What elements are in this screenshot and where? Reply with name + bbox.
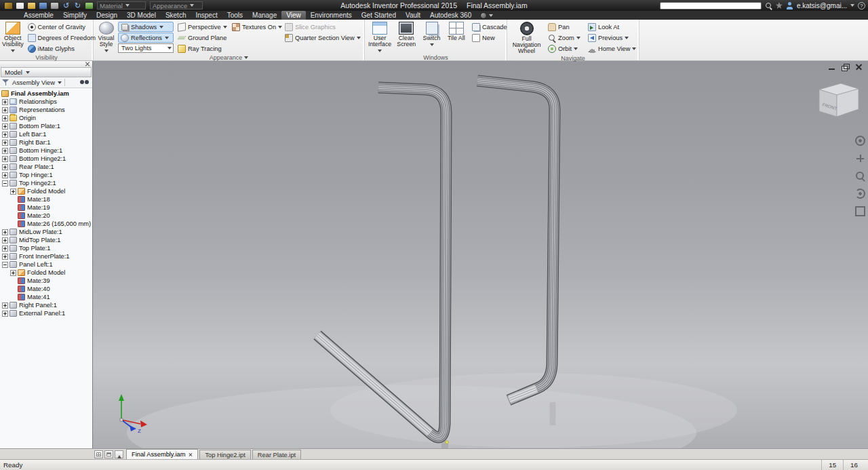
chevron-down-icon[interactable] [223, 26, 227, 31]
cascade-button[interactable]: Cascade [469, 22, 505, 32]
ribbon-tab-sketch[interactable]: Sketch [161, 11, 191, 20]
ribbon-tab-view[interactable]: View [281, 11, 306, 20]
chevron-down-icon[interactable] [576, 37, 580, 41]
panel-launcher-icon[interactable] [244, 56, 248, 61]
tree-item-mate-40[interactable]: Mate:40 [0, 285, 92, 293]
chevron-down-icon[interactable] [165, 37, 169, 41]
origin-point[interactable] [446, 441, 448, 444]
search-input[interactable] [660, 2, 762, 9]
close-icon[interactable] [855, 64, 863, 71]
full-navigation-wheel-button[interactable]: Full Navigation Wheel [509, 21, 544, 55]
orbit-icon[interactable] [855, 189, 865, 199]
ribbon-tab-inspect[interactable]: Inspect [191, 11, 222, 20]
chevron-down-icon[interactable] [632, 47, 636, 52]
ribbon-tab-get-started[interactable]: Get Started [357, 11, 401, 20]
tree-expander-icon[interactable] [2, 237, 8, 243]
tree-item-right-bar-1[interactable]: Right Bar:1 [0, 138, 92, 146]
favorites-icon[interactable] [776, 2, 783, 9]
tree-item-external-panel-1[interactable]: External Panel:1 [0, 309, 92, 317]
ribbon-tab-environments[interactable]: Environments [306, 11, 357, 20]
restore-icon[interactable] [842, 64, 849, 71]
chevron-down-icon[interactable] [159, 26, 163, 31]
chevron-down-icon[interactable] [58, 81, 62, 86]
tree-item-top-hinge2-1[interactable]: Top Hinge2:1 [0, 179, 92, 187]
tree-expander-icon[interactable] [2, 254, 8, 260]
tree-expander-icon[interactable] [2, 115, 8, 121]
perspective-button[interactable]: Perspective [175, 22, 228, 32]
undo-icon[interactable] [62, 2, 71, 9]
window-view-icon[interactable] [104, 450, 113, 458]
tree-expander-icon[interactable] [2, 132, 8, 138]
search-tree-icon[interactable] [80, 79, 89, 85]
look-at-icon[interactable] [855, 206, 865, 216]
previous-view-button[interactable]: Previous [585, 33, 637, 43]
ground-plane-button[interactable]: Ground Plane [175, 33, 228, 43]
tree-item-mate-18[interactable]: Mate:18 [0, 195, 92, 203]
chevron-down-icon[interactable] [574, 47, 578, 52]
ribbon-tab-assemble[interactable]: Assemble [19, 11, 58, 20]
textures-on-button[interactable]: Textures On [229, 22, 281, 32]
material-combo[interactable]: Material [97, 1, 146, 9]
visibility-panel-label[interactable]: Visibility [0, 54, 93, 61]
tree-item-front-innerplate-1[interactable]: Front InnerPlate:1 [0, 252, 92, 260]
tree-item-rear-plate-1[interactable]: Rear Plate:1 [0, 163, 92, 171]
search-icon[interactable] [765, 2, 772, 9]
browser-grip[interactable] [0, 61, 92, 67]
update-icon[interactable] [85, 2, 94, 9]
tree-expander-icon[interactable] [2, 229, 8, 235]
tree-expander-icon[interactable] [2, 172, 8, 178]
tree-item-folded-model[interactable]: Folded Model [0, 187, 92, 195]
account-icon[interactable] [786, 2, 793, 9]
tree-item-panel-left-1[interactable]: Panel Left:1 [0, 260, 92, 269]
browser-view-mode[interactable]: Assembly View [12, 79, 55, 86]
tree-expander-icon[interactable] [2, 164, 8, 170]
pan-button[interactable]: Pan [545, 22, 584, 32]
tree-item-right-panel-1[interactable]: Right Panel:1 [0, 301, 92, 309]
look-at-button[interactable]: Look At [585, 22, 637, 32]
tree-item-mate-39[interactable]: Mate:39 [0, 277, 92, 285]
tree-expander-icon[interactable] [2, 262, 8, 268]
user-interface-button[interactable]: User Interface [367, 21, 393, 54]
tree-item-bottom-hinge-1[interactable]: Bottom Hinge:1 [0, 146, 92, 155]
zoom-icon[interactable] [855, 171, 865, 181]
windows-panel-label[interactable]: Windows [365, 54, 507, 61]
tree-item-mate-26-165-000-mm[interactable]: Mate:26 (165,000 mm) [0, 220, 92, 228]
document-tab-rear-plate-ipt[interactable]: Rear Plate.ipt [252, 450, 301, 459]
tree-item-mate-41[interactable]: Mate:41 [0, 293, 92, 301]
imate-glyphs-button[interactable]: iMate Glyphs [25, 43, 98, 54]
home-view-button[interactable]: Home View [585, 43, 637, 54]
chevron-down-icon[interactable] [357, 37, 361, 41]
tree-item-mate-20[interactable]: Mate:20 [0, 212, 92, 220]
tree-item-mate-19[interactable]: Mate:19 [0, 203, 92, 212]
ribbon-tab-manage[interactable]: Manage [248, 11, 281, 20]
tree-expander-icon[interactable] [2, 302, 8, 309]
save-icon[interactable] [39, 2, 47, 9]
orbit-button[interactable]: Orbit [545, 43, 584, 54]
close-tab-icon[interactable] [189, 452, 193, 456]
pan-icon[interactable] [855, 153, 865, 163]
app-logo-icon[interactable] [4, 2, 13, 9]
browser-title-bar[interactable]: Model [1, 67, 92, 77]
close-panel-icon[interactable] [85, 62, 90, 67]
tree-expander-icon[interactable] [10, 189, 16, 195]
print-icon[interactable] [50, 2, 59, 9]
viewport[interactable]: FRONT Z [93, 61, 868, 448]
chevron-down-icon[interactable] [850, 4, 854, 9]
reflections-button[interactable]: Reflections [118, 33, 174, 43]
document-tab-top-hinge2-ipt[interactable]: Top Hinge2.ipt [199, 450, 250, 459]
document-tab-final-assembly-iam[interactable]: Final Assembly.iam [126, 449, 198, 459]
tree-item-left-bar-1[interactable]: Left Bar:1 [0, 130, 92, 138]
ribbon-tab-tools[interactable]: Tools [222, 11, 248, 20]
filter-icon[interactable] [2, 79, 9, 86]
shadows-button[interactable]: Shadows [118, 22, 174, 32]
new-window-button[interactable]: New [469, 33, 505, 43]
appearance-combo[interactable]: Appearance [150, 1, 203, 9]
tree-expander-icon[interactable] [10, 270, 16, 276]
right-frame[interactable] [477, 81, 555, 400]
ribbon-tab-autodesk-360[interactable]: Autodesk 360 [425, 11, 476, 20]
tree-expander-icon[interactable] [2, 180, 8, 187]
tree-item-origin[interactable]: Origin [0, 114, 92, 122]
tree-expander-icon[interactable] [2, 311, 8, 317]
tree-item-midlow-plate-1[interactable]: MidLow Plate:1 [0, 228, 92, 236]
tree-item-bottom-plate-1[interactable]: Bottom Plate:1 [0, 122, 92, 130]
